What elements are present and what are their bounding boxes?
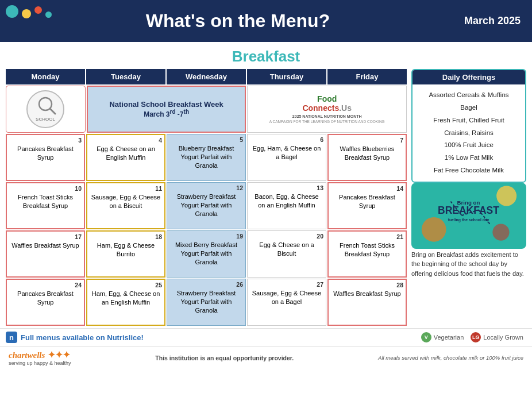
legend-vegetarian: V Vegetarian [421, 332, 464, 342]
date-24: 24 [75, 281, 82, 289]
chartwells-logo-area: chartwells ✦✦✦ serving up happy & health… [9, 349, 71, 366]
col-wednesday: Wednesday [167, 69, 246, 84]
cell-mar27: 27 Sausage, Egg & Cheese on a Bagel [247, 279, 326, 326]
date-5: 5 [240, 136, 243, 144]
intro-row: SCHOOL National School Breakfast Week Ma… [6, 86, 407, 133]
date-17: 17 [75, 233, 82, 241]
week4-row: 24 Pancakes Breakfast Syrup 25 Ham, Egg,… [6, 279, 407, 326]
menu-mar19: Mixed Berry Breakfast Yogurt Parfait wit… [170, 241, 242, 267]
date-14: 14 [396, 184, 403, 192]
vegetarian-dot: V [421, 332, 431, 342]
offering-juice: 100% Fruit Juice [418, 139, 519, 152]
header-date: March 2025 [464, 15, 521, 27]
national-week-content: National School Breakfast Week March 3rd… [109, 100, 223, 118]
offering-bagel: Bagel [418, 102, 519, 114]
day-header-row: Monday Tuesday Wednesday Thursday Friday [6, 69, 407, 84]
date-6: 6 [320, 136, 323, 144]
menu-mar3: Pancakes Breakfast Syrup [10, 145, 81, 162]
food-connects-cell: Food Connects.Us 2025 NATIONAL NUTRITION… [247, 86, 407, 133]
nutrislice-n-logo: n [6, 332, 17, 343]
menu-mar17: Waffles Breakfast Syrup [10, 241, 81, 250]
offering-fruit: Fresh Fruit, Chilled Fruit [418, 114, 519, 127]
decorative-dots [6, 5, 52, 18]
offering-milk: 1% Low Fat Milk [418, 152, 519, 164]
page-title: What's on the Menu? [11, 10, 464, 32]
cell-mar12: 12 Strawberry Breakfast Yogurt Parfait w… [167, 182, 246, 229]
menu-mar10: French Toast Sticks Breakfast Syrup [10, 193, 81, 210]
dot-teal2 [45, 11, 52, 18]
week3-row: 17 Waffles Breakfast Syrup 18 Ham, Egg &… [6, 230, 407, 278]
cell-mar7: 7 Waffles Blueberries Breakfast Syrup [327, 134, 407, 181]
national-week-line2: March 3rd -7th [109, 109, 223, 118]
menu-mar14: Pancakes Breakfast Syrup [331, 193, 403, 210]
menu-mar24: Pancakes Breakfast Syrup [10, 290, 81, 307]
date-28: 28 [396, 281, 403, 289]
cell-mar26: 26 Strawberry Breakfast Yogurt Parfait w… [167, 279, 246, 326]
breakfast-description: Bring on Breakfast adds excitement to th… [411, 249, 526, 280]
menu-mar27: Sausage, Egg & Cheese on a Bagel [250, 289, 323, 306]
menu-mar7: Waffles Blueberries Breakfast Syrup [331, 145, 403, 162]
menu-mar26: Strawberry Breakfast Yogurt Parfait with… [170, 289, 242, 315]
menu-mar21: French Toast Sticks Breakfast Syrup [331, 241, 403, 259]
date-4: 4 [159, 136, 162, 144]
page-header: What's on the Menu? March 2025 [0, 0, 532, 42]
cell-mar14: 14 Pancakes Breakfast Syrup [327, 182, 407, 229]
menu-mar18: Ham, Egg & Cheese Burrito [90, 241, 161, 259]
equal-opportunity-text: This institution is an equal opportunity… [155, 355, 294, 361]
chartwells-brand: chartwells ✦✦✦ serving up happy & health… [9, 349, 71, 366]
menu-mar20: Egg & Cheese on a Biscuit [250, 241, 323, 258]
calendar-area: Monday Tuesday Wednesday Thursday Friday… [6, 69, 407, 327]
school-seal-icon: SCHOOL [25, 89, 65, 129]
cell-mar19: 19 Mixed Berry Breakfast Yogurt Parfait … [167, 230, 246, 278]
cell-mar10: 10 French Toast Sticks Breakfast Syrup [6, 182, 85, 229]
food-connects-title: Food Connects.Us [269, 95, 385, 113]
daily-offerings-title: Daily Offerings [413, 70, 525, 84]
dot-teal [6, 5, 18, 18]
svg-point-12 [422, 217, 446, 242]
offering-cereals: Assorted Cereals & Muffins [418, 89, 519, 102]
menu-mar4: Egg & Cheese on an English Muffin [90, 145, 161, 162]
date-12: 12 [236, 184, 243, 192]
date-27: 27 [317, 280, 323, 288]
cell-mar4: 4 Egg & Cheese on an English Muffin [86, 134, 165, 181]
date-19: 19 [236, 232, 243, 240]
date-10: 10 [75, 184, 82, 192]
footer-legend: V Vegetarian LG Locally Grown [421, 332, 523, 342]
week2-row: 10 French Toast Sticks Breakfast Syrup 1… [6, 182, 407, 229]
cell-mar6: 6 Egg, Ham, & Cheese on a Bagel [247, 134, 326, 181]
col-friday: Friday [327, 69, 407, 84]
chartwells-footer: chartwells ✦✦✦ serving up happy & health… [0, 346, 532, 369]
legend-locally-grown: LG Locally Grown [471, 332, 523, 342]
nutrislice-text: Full menus available on Nutrislice! [21, 333, 144, 342]
svg-point-6 [27, 91, 64, 128]
menu-mar6: Egg, Ham, & Cheese on a Bagel [250, 144, 323, 161]
svg-text:SCHOOL: SCHOOL [36, 117, 55, 122]
date-26: 26 [236, 280, 243, 288]
cell-mar13: 13 Bacon, Egg, & Cheese on an English Mu… [247, 182, 326, 229]
sidebar: Daily Offerings Assorted Cereals & Muffi… [411, 69, 526, 327]
cell-mar11: 11 Sausage, Egg & Cheese on a Biscuit [86, 182, 165, 229]
cell-mar18: 18 Ham, Egg & Cheese Burrito [86, 230, 165, 278]
menu-mar25: Ham, Egg, & Cheese on an English Muffin [90, 290, 161, 307]
date-25: 25 [155, 281, 162, 289]
svg-text:fueling the school day: fueling the school day [448, 218, 489, 222]
cell-mar28: 28 Waffles Breakfast Syrup [327, 279, 407, 326]
daily-offerings-box: Daily Offerings Assorted Cereals & Muffi… [411, 69, 526, 183]
cell-mar25: 25 Ham, Egg, & Cheese on an English Muff… [86, 279, 165, 326]
date-20: 20 [317, 232, 323, 240]
col-tuesday: Tuesday [86, 69, 165, 84]
menu-mar28: Waffles Breakfast Syrup [331, 290, 403, 298]
date-7: 7 [400, 136, 403, 144]
cell-mar21: 21 French Toast Sticks Breakfast Syrup [327, 230, 407, 278]
food-connects-tagline: A CAMPAIGN FOR THE LEARNING OF NUTRITION… [269, 120, 385, 124]
food-connects-subtitle: 2025 NATIONAL NUTRITION MONTH [269, 114, 385, 118]
menu-mar13: Bacon, Egg, & Cheese on an English Muffi… [250, 192, 323, 210]
menu-mar5: Blueberry Breakfast Yogurt Parfait with … [170, 144, 242, 170]
cell-mar5: 5 Blueberry Breakfast Yogurt Parfait wit… [167, 134, 246, 181]
cell-mar3: 3 Pancakes Breakfast Syrup [6, 134, 85, 181]
cell-mar24: 24 Pancakes Breakfast Syrup [6, 279, 85, 326]
svg-point-11 [496, 186, 516, 206]
menu-mar12: Strawberry Breakfast Yogurt Parfait with… [170, 192, 242, 218]
date-13: 13 [317, 184, 323, 192]
col-monday: Monday [6, 69, 85, 84]
